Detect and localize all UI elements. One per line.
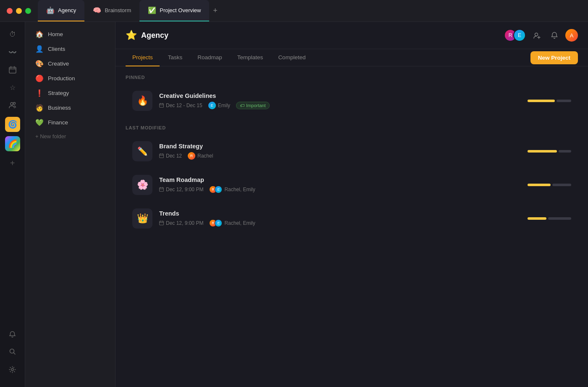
project-meta-brand-strategy: Dec 12 R Rachel — [159, 152, 571, 160]
svg-point-1 — [10, 103, 13, 105]
new-project-button[interactable]: New Project — [530, 51, 578, 64]
tab-tasks[interactable]: Tasks — [161, 49, 189, 66]
page-title: ⭐ Agency — [126, 30, 168, 41]
project-thumb-trends: 👑 — [132, 208, 152, 229]
project-info-creative-guidelines: Creative Guidelines Dec 12 - Dec 15 — [159, 92, 571, 109]
sidebar-item-clients[interactable]: 👤 Clients — [29, 42, 112, 56]
production-icon: 🔴 — [35, 74, 44, 82]
new-folder-button[interactable]: + New folder — [29, 130, 112, 143]
project-date-team-roadmap: Dec 12, 9:00 PM — [166, 187, 203, 192]
agency-app-icon[interactable]: 🌀 — [5, 117, 20, 132]
svg-rect-9 — [160, 221, 164, 225]
sidebar-item-production[interactable]: 🔴 Production — [29, 71, 112, 86]
avatars-trends: R E — [209, 219, 222, 227]
bell-icon[interactable] — [5, 326, 20, 342]
sidebar-item-people[interactable] — [5, 97, 20, 113]
project-name-brand-strategy: Brand Strategy — [159, 143, 571, 150]
creative-icon: 🎨 — [35, 60, 44, 68]
sidebar-item-timer[interactable]: ⏱ — [5, 27, 20, 42]
tab-completed[interactable]: Completed — [271, 49, 312, 66]
meta-date: Dec 12 - Dec 15 — [159, 103, 202, 108]
sidebar-item-home[interactable]: 🏠 Home — [29, 27, 112, 42]
project-card-brand-strategy[interactable]: ✏️ Brand Strategy Dec — [126, 135, 578, 167]
sidebar-item-business[interactable]: 🧑 Business — [29, 100, 112, 115]
tab-projects[interactable]: Projects — [126, 49, 160, 66]
titlebar: 🤖 Agency 🧠 Brainstorm ✅ Project Overview… — [0, 0, 588, 22]
calendar-icon-roadmap — [159, 187, 164, 192]
progress-empty-trends — [548, 217, 571, 220]
agency-title-icon: ⭐ — [126, 30, 137, 41]
home-icon: 🏠 — [35, 30, 44, 38]
tab-templates[interactable]: Templates — [231, 49, 270, 66]
project-meta-trends: Dec 12, 9:00 PM R E Rachel, Emily — [159, 219, 571, 227]
avatars-roadmap: R E — [209, 186, 222, 193]
meta-date-trends: Dec 12, 9:00 PM — [159, 220, 203, 226]
meta-date-roadmap: Dec 12, 9:00 PM — [159, 187, 203, 192]
sidebar-item-business-label: Business — [48, 105, 71, 111]
rainbow-app-icon[interactable]: 🌈 — [5, 136, 20, 151]
add-member-button[interactable] — [530, 29, 543, 42]
notifications-button[interactable] — [548, 29, 561, 42]
sidebar-item-finance[interactable]: 💚 Finance — [29, 115, 112, 130]
add-tab-button[interactable]: + — [209, 5, 221, 17]
tab-roadmap[interactable]: Roadmap — [191, 49, 229, 66]
project-info-brand-strategy: Brand Strategy Dec 12 — [159, 143, 571, 160]
project-card-creative-guidelines[interactable]: 🔥 Creative Guidelines — [126, 85, 578, 117]
sidebar-item-finance-label: Finance — [48, 119, 68, 126]
settings-icon[interactable] — [5, 362, 20, 377]
progress-bar-team-roadmap — [528, 184, 571, 186]
tab-roadmap-label: Roadmap — [197, 54, 222, 61]
close-button[interactable] — [7, 8, 13, 14]
tab-brainstorm[interactable]: 🧠 Brainstorm — [84, 0, 139, 21]
project-thumb-brand-strategy: ✏️ — [132, 141, 152, 161]
sidebar-item-production-label: Production — [48, 75, 75, 82]
project-card-team-roadmap[interactable]: 🌸 Team Roadmap Dec 12 — [126, 169, 578, 201]
svg-point-5 — [535, 33, 538, 36]
current-user-avatar[interactable]: A — [565, 29, 578, 42]
content-header: ⭐ Agency R E — [116, 22, 588, 49]
search-icon[interactable] — [5, 344, 20, 359]
sidebar-item-strategy[interactable]: ❗ Strategy — [29, 86, 112, 100]
clients-icon: 👤 — [35, 45, 44, 53]
important-tag: 🏷 Important — [236, 102, 269, 109]
icon-bar: ⏱ 〰️ ☆ 🌀 🌈 + — [0, 22, 25, 387]
business-icon: 🧑 — [35, 104, 44, 112]
sidebar-item-favorites[interactable]: ☆ — [5, 80, 20, 95]
svg-rect-6 — [160, 103, 164, 107]
progress-filled-roadmap — [528, 184, 551, 186]
sidebar-item-calendar[interactable] — [5, 62, 20, 77]
progress-bar-creative-guidelines — [528, 100, 571, 102]
avatar-user-2[interactable]: E — [513, 29, 526, 42]
add-workspace-button[interactable]: + — [5, 155, 20, 171]
project-name-creative-guidelines: Creative Guidelines — [159, 92, 571, 99]
finance-icon: 💚 — [35, 118, 44, 126]
tab-project-overview[interactable]: ✅ Project Overview — [139, 0, 209, 21]
progress-bar-brand-strategy — [528, 150, 571, 153]
tag-icon: 🏷 — [240, 103, 244, 108]
new-folder-label: + New folder — [35, 133, 66, 140]
tab-project-overview-icon: ✅ — [148, 6, 156, 14]
calendar-icon-trends — [159, 221, 164, 226]
header-actions: R E A — [504, 29, 578, 42]
tab-project-overview-label: Project Overview — [160, 7, 201, 13]
maximize-button[interactable] — [25, 8, 31, 14]
project-card-trends[interactable]: 👑 Trends Dec 12, 9:00 — [126, 203, 578, 234]
calendar-icon-brand — [159, 153, 164, 159]
project-assignees-trends: Rachel, Emily — [224, 220, 255, 226]
sidebar-item-strategy-label: Strategy — [48, 90, 69, 96]
tab-brainstorm-icon: 🧠 — [93, 6, 101, 14]
svg-rect-7 — [160, 154, 164, 158]
window-controls — [0, 8, 38, 14]
meta-assignee: E Emily — [208, 102, 230, 109]
agency-title-text: Agency — [141, 31, 168, 40]
tab-bar: 🤖 Agency 🧠 Brainstorm ✅ Project Overview… — [38, 0, 588, 21]
sidebar-item-creative-label: Creative — [48, 61, 69, 67]
minimize-button[interactable] — [16, 8, 22, 14]
sidebar-item-home-label: Home — [48, 31, 63, 37]
progress-bar-trends — [528, 217, 571, 220]
sidebar-item-activity[interactable]: 〰️ — [5, 45, 20, 60]
tab-agency[interactable]: 🤖 Agency — [38, 0, 84, 21]
project-info-team-roadmap: Team Roadmap Dec 12, 9:00 PM — [159, 176, 571, 193]
sidebar-item-creative[interactable]: 🎨 Creative — [29, 56, 112, 71]
project-assignees-team-roadmap: Rachel, Emily — [224, 187, 255, 192]
